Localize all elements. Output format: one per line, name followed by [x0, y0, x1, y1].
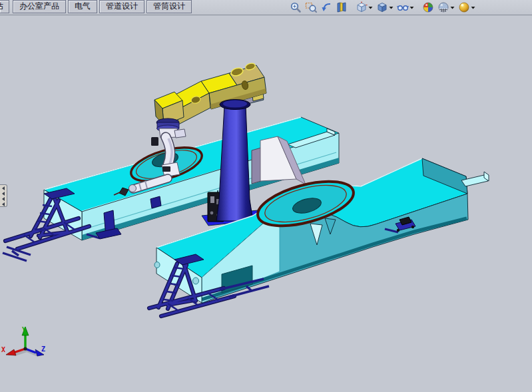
orientation-triad: Y X Z	[1, 326, 45, 356]
tab-clipped-label: 估	[0, 1, 3, 12]
section-view-icon	[336, 1, 348, 13]
command-tab-row: 估办公室产品电气管道设计管筒设计	[0, 0, 194, 13]
dropdown-arrow-icon	[409, 1, 414, 13]
heads-up-view-toolbar	[287, 0, 476, 15]
view-settings-button[interactable]	[457, 1, 476, 14]
command-manager-bar: 估办公室产品电气管道设计管筒设计	[0, 0, 532, 15]
view-orientation-icon	[356, 1, 368, 13]
display-style-icon	[376, 1, 388, 13]
command-tab-3[interactable]: 管筒设计	[146, 0, 192, 13]
dropdown-arrow-icon	[368, 1, 373, 13]
edit-appearance-button[interactable]	[421, 1, 435, 14]
display-style-button[interactable]	[376, 1, 394, 14]
edit-appearance-icon	[422, 1, 434, 13]
apply-scene-button[interactable]	[437, 1, 455, 14]
zoom-to-area-icon	[305, 1, 317, 13]
column-top-flange[interactable]	[220, 100, 250, 110]
hide-show-items-button[interactable]	[396, 1, 415, 14]
feature-panel-splitter[interactable]	[0, 184, 7, 207]
previous-view-button[interactable]	[320, 1, 333, 14]
robot-boom[interactable]	[154, 63, 266, 125]
zoom-to-area-button[interactable]	[304, 1, 318, 14]
view-orientation-button[interactable]	[355, 1, 374, 14]
dropdown-arrow-icon	[471, 1, 475, 13]
zoom-to-fit-icon	[290, 1, 302, 13]
dropdown-arrow-icon	[389, 1, 394, 13]
previous-view-icon	[320, 1, 332, 13]
robot-column[interactable]	[216, 106, 253, 221]
triad-x-label: X	[1, 346, 5, 353]
command-tab-2[interactable]: 管道设计	[99, 0, 144, 13]
apply-scene-icon	[437, 1, 449, 13]
command-tab-1[interactable]: 电气	[68, 0, 97, 13]
collapse-arrows-icon	[1, 185, 7, 206]
zoom-to-fit-button[interactable]	[289, 1, 302, 14]
application-window: Y X Z 估办公室产品电气管道设计管筒设计	[0, 0, 532, 392]
view-settings-icon	[458, 1, 470, 13]
triad-z-label: Z	[41, 345, 45, 353]
dropdown-arrow-icon	[450, 1, 455, 13]
section-view-button[interactable]	[335, 1, 348, 14]
hide-show-items-icon	[397, 1, 409, 13]
command-tab-0[interactable]: 办公室产品	[13, 0, 66, 13]
triad-y-label: Y	[22, 326, 26, 333]
tab-clipped-fragment[interactable]: 估	[0, 0, 9, 13]
graphics-viewport[interactable]: Y X Z	[0, 0, 532, 392]
